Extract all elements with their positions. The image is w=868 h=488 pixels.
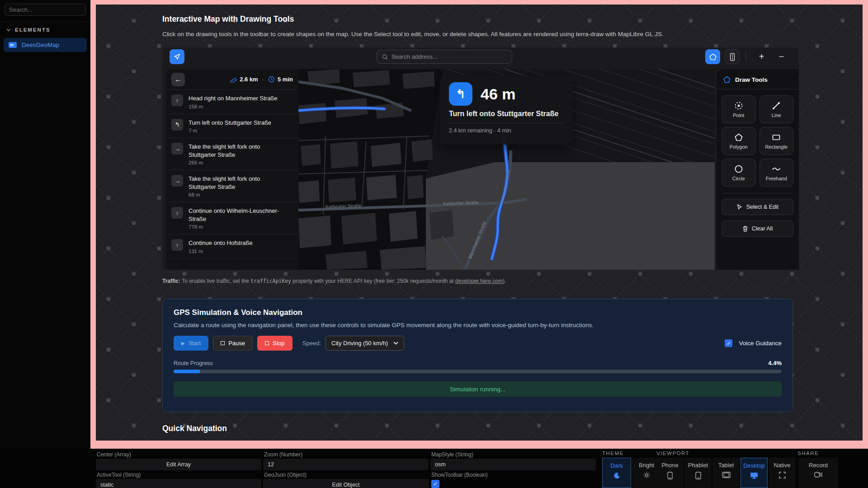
viewport-phone-label: Phone — [661, 462, 679, 469]
point-icon — [734, 101, 743, 110]
tool-line-button[interactable]: Line — [760, 95, 794, 123]
circle-icon — [734, 164, 743, 174]
step-distance: 158 m — [189, 104, 278, 109]
traffic-note-text: property with your HERE API key (free ti… — [291, 278, 455, 284]
step-distance: 68 m — [189, 192, 283, 197]
page-description: Click on the drawing tools in the toolba… — [162, 31, 664, 38]
page-title: Interactive Map with Drawing Tools — [162, 14, 294, 24]
instruction-distance: 46 m — [481, 85, 516, 103]
speed-selected-value: City Driving (50 km/h) — [331, 340, 388, 347]
traffic-toggle-button[interactable] — [725, 49, 740, 64]
nav-step[interactable]: ↑ Head right on Mannheimer Straße 158 m — [166, 90, 298, 114]
sidebar-search-input[interactable] — [9, 6, 81, 13]
phone-icon — [667, 472, 673, 479]
fork-right-icon: → — [171, 175, 183, 187]
nav-step[interactable]: ↰ Turn left onto Stuttgarter Straße 7 m — [166, 114, 298, 139]
share-record-button[interactable]: Record — [798, 458, 838, 488]
prop-geojson-label: GeoJson (Object) — [264, 472, 307, 478]
gps-simulation-panel: GPS Simulation & Voice Navigation Calcul… — [162, 299, 793, 412]
instruction-card: ↰ 46 m Turn left onto Stuttgarter Straße… — [440, 75, 573, 145]
select-edit-button[interactable]: Select & Edit — [722, 199, 793, 215]
tool-circle-button[interactable]: Circle — [722, 159, 756, 187]
sidebar-search[interactable] — [5, 4, 86, 16]
search-icon — [382, 54, 388, 60]
tool-label: Polygon — [730, 144, 748, 150]
stop-button[interactable]: Stop — [257, 336, 292, 351]
story-frame: Interactive Map with Drawing Tools Click… — [90, 0, 868, 449]
draw-tools-toggle-button[interactable] — [705, 49, 720, 64]
edit-array-button[interactable]: Edit Array — [96, 459, 261, 470]
zoom-in-button[interactable]: + — [754, 49, 769, 64]
step-text: Take the slight left fork onto Stuttgart… — [189, 175, 283, 191]
story-content: Interactive Map with Drawing Tools Click… — [96, 5, 863, 441]
tool-point-button[interactable]: Point — [722, 95, 756, 123]
activetool-input[interactable] — [96, 479, 261, 488]
turn-left-icon: ↰ — [449, 82, 472, 106]
map-canvas[interactable]: Karlsruher Straße Karlsruher Straße Mann… — [298, 69, 715, 270]
route-progress-value: 4.4% — [768, 360, 782, 366]
route-progress-label: Route Progress — [174, 360, 213, 366]
tool-label: Freehand — [766, 176, 787, 181]
tool-polygon-button[interactable]: Polygon — [722, 127, 756, 155]
sun-icon — [643, 472, 650, 479]
here-developer-link[interactable]: developer.here.com — [455, 278, 503, 284]
prop-center-label: Center (Array) — [97, 451, 131, 458]
pentagon-icon — [723, 76, 731, 83]
locate-button[interactable] — [170, 49, 184, 64]
edit-object-button[interactable]: Edit Object — [263, 479, 429, 488]
nav-step[interactable]: → Take the slight left fork onto Stuttga… — [166, 138, 298, 170]
speed-select[interactable]: City Driving (50 km/h) — [326, 336, 404, 351]
tool-label: Circle — [732, 176, 745, 181]
pause-button[interactable]: Pause — [213, 336, 253, 351]
clock-icon — [268, 76, 275, 83]
straight-arrow-icon: ↑ — [171, 207, 183, 219]
route-summary: 2.6 km · 5 min — [230, 76, 293, 83]
zoom-out-button[interactable]: − — [774, 49, 789, 64]
sidebar-item-deesgeomap[interactable]: DeesGeoMap — [4, 38, 87, 52]
address-search-input[interactable] — [392, 53, 507, 60]
prop-showtoolbar-label: ShowToolbar (Boolean) — [431, 472, 488, 478]
address-search[interactable] — [377, 50, 512, 64]
viewport-desktop-button[interactable]: Desktop — [741, 458, 768, 488]
clear-all-button[interactable]: Clear All — [722, 221, 793, 237]
nav-step[interactable]: → Take the slight left fork onto Stuttga… — [166, 170, 298, 202]
viewport-native-button[interactable]: Native — [769, 458, 796, 488]
step-distance: 265 m — [189, 160, 283, 165]
draw-tools-title: Draw Tools — [735, 76, 768, 83]
phablet-icon — [695, 472, 701, 479]
cursor-icon — [736, 204, 743, 210]
voice-guidance-checkbox[interactable]: ✓ — [725, 339, 732, 347]
viewport-tablet-button[interactable]: Tablet — [712, 458, 740, 488]
theme-dark-button[interactable]: Dark — [602, 458, 631, 488]
viewport-phablet-button[interactable]: Phablet — [684, 458, 712, 488]
chevron-down-icon — [6, 28, 11, 32]
draw-tools-divider — [723, 193, 792, 193]
back-button[interactable]: ← — [171, 73, 185, 86]
start-button[interactable]: ▶ Start — [174, 336, 208, 351]
nav-step[interactable]: ↑ Continue onto Hofstraße 131 m — [166, 235, 298, 259]
sidebar-item-label: DeesGeoMap — [22, 42, 59, 48]
stop-label: Stop — [273, 340, 285, 347]
mapstyle-input[interactable] — [430, 459, 596, 470]
step-text: Continue onto Hofstraße — [189, 239, 253, 247]
straight-arrow-icon: ↑ — [171, 94, 183, 106]
prop-mapstyle-label: MapStyle (String) — [431, 451, 473, 458]
tool-rectangle-button[interactable]: Rectangle — [760, 127, 794, 155]
clear-all-label: Clear All — [752, 225, 773, 232]
nav-step[interactable]: ↑ Continue onto Wilhelm-Leuschner-Straße… — [166, 202, 298, 235]
sidebar: ELEMENTS DeesGeoMap — [0, 0, 90, 449]
sidebar-section-elements[interactable]: ELEMENTS — [0, 22, 90, 36]
voice-guidance-label: Voice Guidance — [739, 340, 782, 347]
theme-dark-label: Dark — [610, 462, 623, 469]
showtoolbar-checkbox[interactable]: ✓ — [431, 480, 439, 488]
play-icon: ▶ — [181, 341, 185, 346]
stop-icon — [265, 341, 269, 345]
trash-icon — [742, 225, 748, 232]
prop-zoom-label: Zoom (Number) — [264, 451, 302, 458]
instruction-text: Turn left onto Stuttgarter Straße — [449, 110, 564, 118]
moon-icon — [613, 472, 620, 479]
tool-freehand-button[interactable]: Freehand — [760, 159, 794, 187]
viewport-phone-button[interactable]: Phone — [656, 458, 684, 488]
zoom-input[interactable] — [263, 459, 429, 470]
share-record-label: Record — [809, 462, 828, 469]
